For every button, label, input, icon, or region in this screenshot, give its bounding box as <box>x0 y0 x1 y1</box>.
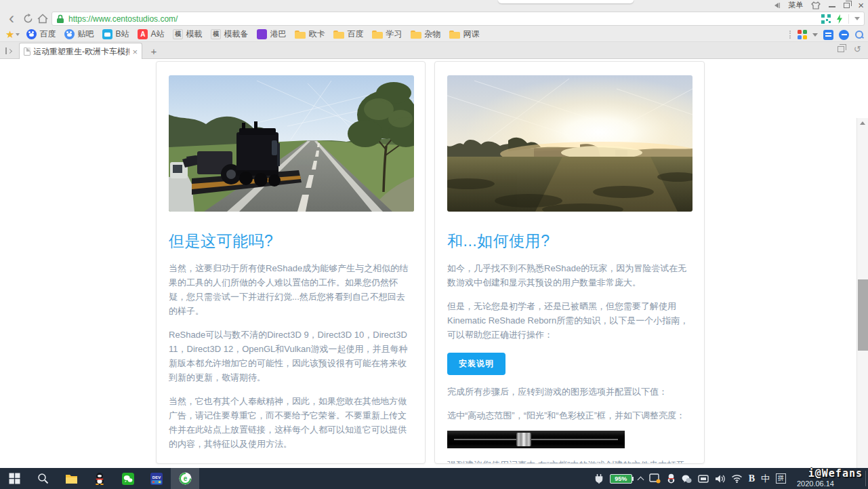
bookmark-baidu[interactable]: 百度 <box>26 28 56 40</box>
right-card-paragraph: 如今，几乎找不到不熟悉ReShade的玩家，因为冒险尝试在无数游戏中创建和显示其… <box>447 261 692 290</box>
tab-close-icon[interactable] <box>132 45 138 58</box>
taskbar-search-icon[interactable] <box>28 468 57 489</box>
bookmark-bilibili[interactable]: B站 <box>102 28 129 40</box>
clone-window-icon[interactable] <box>838 46 844 52</box>
system-tray: 95% B 中 拼 <box>594 468 786 489</box>
window-controls: 菜单 <box>774 0 864 10</box>
drag-handle-icon[interactable] <box>789 31 792 39</box>
desktop: 菜单 https://www.centostudios.com/ <box>0 0 868 489</box>
notification-handle <box>498 0 634 3</box>
wifi-icon[interactable] <box>731 474 743 483</box>
truck-road-image <box>169 75 414 212</box>
char-favicon: 模 <box>173 29 183 39</box>
extensions-dropdown-icon[interactable] <box>812 33 818 37</box>
bookmark-folder-ouka[interactable]: 欧卡 <box>295 28 325 40</box>
qq-tray-icon[interactable] <box>667 473 676 484</box>
right-card-heading: 和...如何使用? <box>447 231 692 252</box>
back-button[interactable] <box>4 11 19 26</box>
taskbar-date[interactable]: 2020.06.14 <box>797 480 834 488</box>
install-instructions-button[interactable]: 安装说明 <box>447 353 505 375</box>
minimize-button[interactable] <box>829 6 835 7</box>
folder-icon <box>449 29 460 39</box>
padlock-icon <box>56 14 64 24</box>
tablet-mode-icon[interactable] <box>649 473 661 484</box>
sunrise-field-image <box>447 75 693 212</box>
scroll-up-arrow[interactable] <box>857 118 868 128</box>
browser-taskbar-icon[interactable]: e <box>171 468 199 489</box>
refresh-button[interactable] <box>20 11 35 26</box>
scrollbar-thumb[interactable] <box>858 279 868 351</box>
wechat-icon[interactable] <box>114 468 142 489</box>
left-card-heading: 但是这可能吗? <box>169 231 413 252</box>
svg-text:e: e <box>183 475 187 482</box>
acfun-favicon <box>138 29 148 39</box>
ime-pinyin-icon[interactable]: 拼 <box>776 473 786 484</box>
reopen-closed-tab-icon[interactable] <box>854 45 861 54</box>
favorites-dropdown-icon[interactable] <box>16 33 20 36</box>
left-card-paragraph: 当然，这要归功于所有使ReShade成为能够产生与之相似的结果的工具的人们所做的… <box>169 261 413 318</box>
right-card-paragraph: 但是，无论您是初学者，还是已被晒黑，但您需要了解使用Kinematic ReSh… <box>447 299 692 342</box>
new-tab-button[interactable] <box>148 45 160 57</box>
close-button[interactable] <box>858 1 864 10</box>
card-how-to-use: 和...如何使用? 如今，几乎找不到不熟悉ReShade的玩家，因为冒险尝试在无… <box>434 61 705 464</box>
file-explorer-icon[interactable] <box>57 468 85 489</box>
battery-indicator[interactable]: 95% <box>610 474 632 484</box>
dev-cpp-icon[interactable]: DEV <box>142 468 171 489</box>
capture-tool-icon[interactable] <box>698 475 709 483</box>
lightning-icon[interactable] <box>836 14 843 24</box>
show-desktop-divider[interactable] <box>865 471 866 486</box>
url-dropdown-icon[interactable] <box>854 17 860 20</box>
bookmark-folder-xuexi[interactable]: 学习 <box>372 28 402 40</box>
bookmark-folder-zawu[interactable]: 杂物 <box>411 28 440 40</box>
slider-track <box>454 439 618 440</box>
divider <box>848 14 849 24</box>
folder-icon <box>411 29 421 39</box>
home-button[interactable] <box>35 11 50 26</box>
bookmark-mozaibei[interactable]: 模模載备 <box>211 28 248 40</box>
apps-grid-icon[interactable] <box>798 30 807 39</box>
tray-b-icon[interactable]: B <box>749 473 755 484</box>
ime-language-indicator[interactable]: 中 <box>761 473 770 485</box>
extensions-area <box>789 27 864 42</box>
start-button[interactable] <box>0 468 28 489</box>
tieba-favicon <box>64 29 75 39</box>
qr-code-icon[interactable] <box>821 14 831 24</box>
volume-icon[interactable] <box>715 474 725 484</box>
folder-icon <box>372 29 383 39</box>
windows-taskbar: DEV e 95% B 中 拼 2020.06.14 i@Wefans <box>0 468 868 489</box>
tab-list-expander-icon[interactable] <box>5 45 16 56</box>
search-extension-icon[interactable] <box>854 30 864 39</box>
menu-button[interactable]: 菜单 <box>788 1 803 10</box>
bilibili-favicon <box>102 29 112 39</box>
folder-icon <box>295 29 306 39</box>
bookmark-gangba[interactable]: 港巴 <box>257 28 286 40</box>
bookmark-folder-wangke[interactable]: 网课 <box>449 28 479 40</box>
page-viewport: 但是这可能吗? 当然，这要归功于所有使ReShade成为能够产生与之相似的结果的… <box>0 59 868 468</box>
favorites-star-icon[interactable] <box>5 29 14 39</box>
active-tab[interactable]: 运动重塑重生-欧洲卡车模拟器2 <box>19 43 142 60</box>
wechat-tray-icon[interactable] <box>682 474 692 484</box>
blocker-extension-icon[interactable] <box>839 30 849 40</box>
bookmark-acfun[interactable]: A站 <box>138 28 164 40</box>
translate-extension-icon[interactable] <box>823 30 833 40</box>
watermark: i@Wefans <box>808 467 863 480</box>
page-scrollbar[interactable] <box>856 118 868 468</box>
tab-title: 运动重塑重生-欧洲卡车模拟器2 <box>33 46 129 58</box>
reader-collapse-icon[interactable] <box>774 1 781 10</box>
skin-icon[interactable] <box>811 1 821 10</box>
address-bar[interactable]: https://www.centostudios.com/ <box>51 12 865 26</box>
card-is-it-possible: 但是这可能吗? 当然，这要归功于所有使ReShade成为能够产生与之相似的结果的… <box>156 61 426 464</box>
page-favicon <box>24 47 30 56</box>
qq-icon[interactable] <box>85 468 114 489</box>
bookmark-tieba[interactable]: 贴吧 <box>64 28 94 40</box>
url-text: https://www.centostudios.com/ <box>68 14 821 24</box>
bookmark-mozai[interactable]: 模模載 <box>173 28 202 40</box>
right-card-paragraph: 完成所有步骤后，应转到游戏的图形选项并配置以下值： <box>447 385 692 399</box>
browser-chrome: 菜单 https://www.centostudios.com/ <box>0 0 868 27</box>
slider-handle <box>516 433 531 446</box>
tray-expand-icon[interactable] <box>637 476 644 483</box>
restore-button[interactable] <box>844 3 850 8</box>
char-favicon: 模 <box>211 29 221 39</box>
bookmark-folder-baidu[interactable]: 百度 <box>333 28 363 40</box>
power-plug-icon[interactable] <box>594 473 604 484</box>
